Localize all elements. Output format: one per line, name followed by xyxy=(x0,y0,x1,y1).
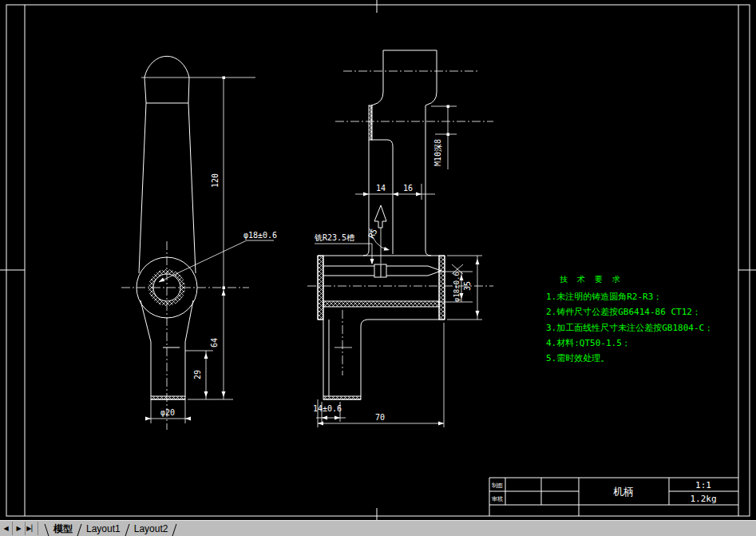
hub-left-wall-hatch xyxy=(318,256,323,320)
dim-slot: 铣R23.5槽 xyxy=(315,233,354,242)
dim-120: 120 xyxy=(211,173,220,188)
arrow xyxy=(322,416,327,420)
arrow xyxy=(363,193,369,197)
tick-120-bottom xyxy=(223,287,226,290)
tech-item-4: 4.材料:QT50-1.5； xyxy=(546,338,631,348)
tech-requirements: 技 术 要 求 1.未注明的铸造圆角R2-R3； 2.铸件尺寸公差按GB6414… xyxy=(546,275,713,363)
section-view-dim-lines xyxy=(315,106,482,427)
frame-outer xyxy=(6,5,750,516)
dim-64: 64 xyxy=(210,338,219,347)
tech-item-5: 5.需时效处理。 xyxy=(546,353,609,363)
tech-item-1: 1.未注明的铸造圆角R2-R3； xyxy=(546,292,662,302)
front-view-dim-lines xyxy=(141,77,274,423)
part-weight: 1.2kg xyxy=(690,494,716,504)
hub-bottom-hatch xyxy=(323,301,439,307)
arrow xyxy=(318,422,323,426)
dim-thread: M10深8 xyxy=(433,139,442,166)
tab-layout2[interactable]: Layout2 xyxy=(131,522,172,536)
frame-inner-margins xyxy=(25,5,738,516)
dim-dia20: φ20 xyxy=(160,408,175,417)
tick-120-top xyxy=(223,77,226,80)
arrow xyxy=(222,290,226,296)
arrow-bore-leader xyxy=(158,278,165,284)
title-block-label-1: 制图 xyxy=(491,482,503,489)
tab-divider xyxy=(45,524,49,536)
dim-14: 14 xyxy=(376,184,386,193)
arrow xyxy=(204,353,208,359)
tab-divider xyxy=(172,524,177,536)
dim-foot: 14±0.6 xyxy=(313,404,342,413)
tab-nav-buttons: ◀ ▶ ▶▏ xyxy=(0,521,38,536)
arrow-r5 xyxy=(384,247,390,252)
cad-window: 120 64 29 φ20 φ18±0.6 xyxy=(0,0,756,536)
title-block-text: 制图 审核 机柄 1:1 1.2kg xyxy=(491,480,717,504)
drawing-scale: 1:1 xyxy=(695,480,711,490)
tab-model[interactable]: 模型 xyxy=(50,522,76,536)
arrow xyxy=(334,416,340,420)
tab-divider xyxy=(77,524,82,536)
title-block-label-2: 审核 xyxy=(492,496,503,502)
section-view-outline xyxy=(318,50,445,399)
front-view: 120 64 29 φ20 φ18±0.6 xyxy=(121,56,277,430)
tab-nav-last-button[interactable]: ▶▏ xyxy=(26,522,38,535)
arrow xyxy=(416,193,422,197)
tech-item-2: 2.铸件尺寸公差按GB6414-86 CT12； xyxy=(546,307,701,317)
title-block: 制图 审核 机柄 1:1 1.2kg xyxy=(489,478,738,516)
tick-m10-top xyxy=(447,105,450,109)
neck-wall-hatch xyxy=(369,105,372,140)
section-view-dim-text: M10深8 14 16 R5 铣R23.5槽 φ18±0.6 35 14±0.6… xyxy=(313,139,472,422)
arrow xyxy=(185,417,191,421)
arrow xyxy=(476,259,480,264)
section-view-centerlines xyxy=(307,71,493,375)
dimension-lines xyxy=(315,106,482,427)
sheet-frame xyxy=(0,0,756,521)
arrow xyxy=(476,311,480,316)
arrow xyxy=(393,193,398,197)
tab-divider xyxy=(125,524,129,536)
foot-section-hatch xyxy=(323,396,361,399)
tab-nav-next-button[interactable]: ▶ xyxy=(13,522,26,535)
handle-outline xyxy=(139,56,196,399)
layout-tabs: 模型 Layout1 Layout2 xyxy=(43,521,178,536)
dim-35: 35 xyxy=(463,281,472,291)
dim-16: 16 xyxy=(403,184,413,193)
base-section-hatch xyxy=(151,396,185,399)
section-view-arrows xyxy=(318,105,480,426)
arrow-slot-leader xyxy=(370,259,374,264)
section-view: M10深8 14 16 R5 铣R23.5槽 φ18±0.6 35 14±0.6… xyxy=(307,50,493,427)
tech-requirements-title: 技 术 要 求 xyxy=(560,275,623,284)
tab-nav-first-button[interactable]: ◀ xyxy=(0,522,13,535)
dim-29: 29 xyxy=(193,370,202,379)
tick-m10-bottom xyxy=(447,133,450,137)
view-direction-arrow xyxy=(374,205,386,228)
tab-layout1[interactable]: Layout1 xyxy=(83,522,124,536)
drawing-canvas[interactable]: 120 64 29 φ20 φ18±0.6 xyxy=(0,0,756,521)
arrow xyxy=(438,422,444,426)
arrow xyxy=(204,391,208,397)
tech-item-3: 3.加工面线性尺寸未注公差按GB1804-C； xyxy=(546,323,713,333)
dim-70: 70 xyxy=(375,413,385,422)
arrow xyxy=(222,391,226,397)
frame-centering-marks xyxy=(0,0,756,521)
dim-bore-section: φ18±0.6 xyxy=(453,272,461,302)
dimension-lines xyxy=(141,77,274,423)
layout-tab-bar: ◀ ▶ ▶▏ 模型 Layout1 Layout2 xyxy=(0,520,756,536)
centerline xyxy=(307,71,493,375)
part-name: 机柄 xyxy=(613,486,634,498)
hub-right-wall-hatch xyxy=(439,256,445,320)
dim-bore: φ18±0.6 xyxy=(243,231,277,240)
arrow xyxy=(145,417,151,421)
